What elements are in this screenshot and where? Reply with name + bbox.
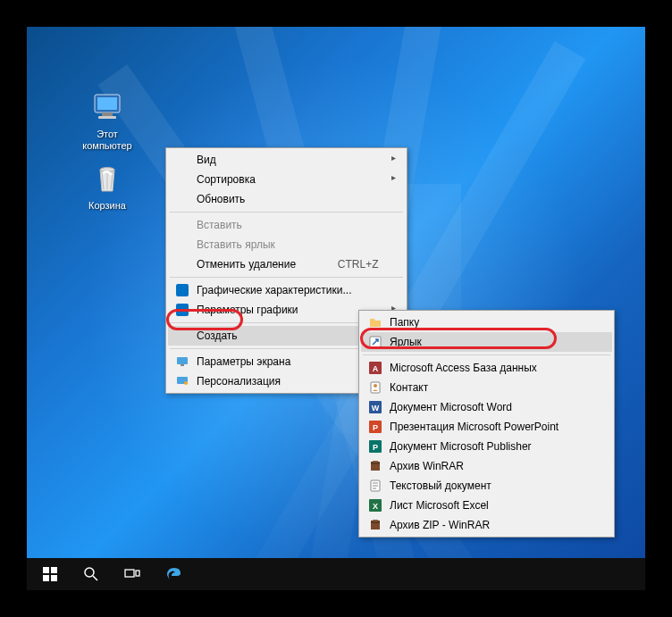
menu-item-view[interactable]: Вид [168, 150, 405, 170]
display-icon [175, 354, 189, 369]
svg-line-39 [93, 576, 97, 580]
svg-text:P: P [373, 443, 378, 452]
menu-item-graphics-chars[interactable]: Графические характеристики... [168, 280, 405, 300]
svg-rect-7 [177, 357, 188, 364]
recycle-bin-icon [89, 161, 125, 196]
svg-rect-33 [373, 520, 378, 521]
winrar-icon [368, 459, 382, 473]
svg-rect-41 [136, 571, 139, 576]
svg-rect-34 [43, 567, 49, 573]
svg-rect-40 [125, 570, 134, 577]
personalization-icon [175, 374, 189, 388]
svg-text:W: W [372, 404, 380, 413]
svg-rect-8 [181, 364, 184, 366]
svg-point-10 [184, 381, 188, 385]
svg-text:X: X [373, 502, 378, 511]
svg-rect-22 [371, 463, 380, 471]
menu-shortcut: CTRL+Z [338, 258, 379, 271]
submenu-item-publisher[interactable]: P Документ Microsoft Publisher [361, 437, 612, 456]
submenu-item-shortcut[interactable]: Ярлык [361, 332, 612, 352]
svg-rect-3 [98, 116, 116, 119]
search-icon [83, 566, 99, 582]
contact-icon [368, 380, 382, 395]
svg-rect-6 [176, 304, 189, 316]
submenu-item-excel[interactable]: X Лист Microsoft Excel [361, 496, 612, 515]
submenu-item-winrar-zip[interactable]: Архив ZIP - WinRAR [361, 515, 612, 535]
menu-separator [363, 354, 610, 355]
word-icon: W [368, 400, 382, 414]
desktop-icon-recycle-bin[interactable]: Корзина [76, 161, 139, 212]
svg-rect-1 [97, 97, 117, 110]
submenu-item-contact[interactable]: Контакт [361, 378, 612, 397]
start-button[interactable] [30, 558, 70, 590]
menu-separator [170, 277, 403, 278]
excel-icon: X [368, 498, 382, 513]
svg-point-15 [374, 384, 377, 388]
submenu-item-access[interactable]: A Microsoft Access База данных [361, 358, 612, 378]
desktop-icon-this-pc[interactable]: Этот компьютер [76, 89, 139, 152]
publisher-icon: P [368, 439, 382, 454]
svg-rect-24 [373, 461, 378, 463]
edge-button[interactable] [154, 558, 193, 590]
create-submenu: Папку Ярлык A Microsoft Access База данн… [358, 310, 615, 538]
svg-rect-36 [43, 575, 49, 581]
menu-item-refresh[interactable]: Обновить [168, 189, 405, 209]
text-icon [368, 479, 382, 493]
access-icon: A [368, 361, 382, 375]
powerpoint-icon: P [368, 420, 382, 434]
submenu-item-powerpoint[interactable]: P Презентация Microsoft PowerPoint [361, 417, 612, 437]
svg-text:A: A [373, 364, 379, 373]
menu-item-sort[interactable]: Сортировка [168, 170, 405, 189]
task-view-button[interactable] [113, 558, 152, 590]
desktop-icon-label: Этот компьютер [76, 129, 139, 152]
svg-rect-31 [371, 522, 380, 529]
computer-icon [89, 89, 125, 125]
svg-rect-37 [51, 575, 57, 581]
edge-icon [164, 565, 182, 583]
submenu-item-word[interactable]: W Документ Microsoft Word [361, 397, 612, 417]
desktop-icon-label: Корзина [76, 200, 139, 212]
taskbar [27, 558, 645, 590]
task-view-icon [124, 566, 140, 582]
folder-icon [368, 315, 382, 329]
desktop[interactable]: Этот компьютер Корзина Вид Сортировка Об… [27, 27, 645, 590]
intel-icon [175, 303, 189, 317]
menu-item-paste-shortcut: Вставить ярлык [168, 235, 405, 254]
svg-text:P: P [373, 423, 378, 432]
submenu-item-text[interactable]: Текстовый документ [361, 476, 612, 496]
windows-logo-icon [43, 567, 57, 581]
svg-point-38 [85, 568, 94, 577]
submenu-item-folder[interactable]: Папку [361, 313, 612, 332]
intel-icon [175, 283, 189, 297]
menu-separator [170, 212, 403, 213]
svg-rect-2 [102, 113, 113, 116]
submenu-item-winrar[interactable]: Архив WinRAR [361, 456, 612, 476]
shortcut-icon [368, 335, 382, 349]
svg-rect-5 [176, 284, 189, 296]
svg-rect-35 [51, 567, 57, 573]
menu-item-paste: Вставить [168, 215, 405, 235]
menu-item-undo-delete[interactable]: Отменить удалениеCTRL+Z [168, 254, 405, 274]
winrar-zip-icon [368, 518, 382, 532]
search-button[interactable] [71, 558, 111, 590]
